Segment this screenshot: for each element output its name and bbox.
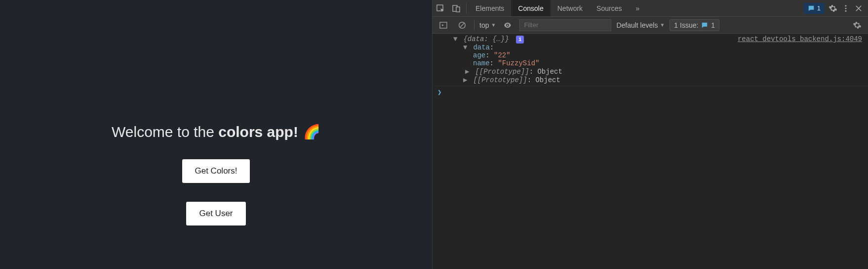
devtools-panel: Elements Console Network Sources » 1 top… — [432, 0, 868, 269]
console-toolbar: top ▼ Default levels ▼ 1 Issue: 1 — [433, 17, 868, 34]
messages-count: 1 — [817, 4, 821, 12]
console-prompt[interactable]: ❯ — [433, 86, 868, 98]
heading-bold: colors app! — [218, 124, 298, 140]
issues-label: 1 Issue: — [674, 21, 698, 29]
prompt-caret-icon: ❯ — [437, 88, 441, 96]
get-user-button[interactable]: Get User — [186, 202, 245, 225]
toolbar-separator — [474, 20, 474, 30]
svg-point-4 — [845, 7, 847, 9]
live-expression-icon[interactable] — [501, 18, 514, 32]
svg-point-5 — [845, 10, 847, 11]
issues-pill[interactable]: 1 Issue: 1 — [670, 19, 719, 31]
filter-input[interactable] — [519, 19, 611, 31]
info-badge-icon[interactable]: i — [516, 36, 524, 44]
context-select[interactable]: top ▼ — [479, 21, 496, 29]
prototype-label[interactable]: [[Prototype]] — [473, 76, 527, 84]
expand-arrow-icon[interactable]: ▶ — [463, 76, 469, 84]
console-body: ▼ {data: {…}} i ▼ data: age: "22" name: … — [433, 34, 868, 269]
log-levels-select[interactable]: Default levels ▼ — [616, 21, 665, 29]
heading-prefix: Welcome to the — [112, 124, 218, 140]
expand-arrow-icon[interactable]: ▶ — [465, 67, 471, 76]
levels-label: Default levels — [616, 21, 658, 29]
svg-point-3 — [845, 5, 847, 6]
svg-rect-2 — [456, 7, 460, 12]
object-key: name — [473, 59, 490, 67]
console-log-entry: ▼ {data: {…}} i ▼ data: age: "22" name: … — [433, 34, 868, 86]
inspect-element-icon[interactable] — [433, 0, 448, 16]
get-colors-button[interactable]: Get Colors! — [182, 159, 250, 183]
issues-count: 1 — [711, 21, 715, 29]
svg-point-9 — [507, 24, 509, 26]
object-summary[interactable]: {data: {…}} — [463, 35, 509, 43]
device-toolbar-icon[interactable] — [448, 0, 464, 16]
close-icon[interactable] — [854, 4, 863, 13]
svg-line-8 — [460, 23, 464, 27]
gear-icon[interactable] — [829, 4, 837, 13]
expand-arrow-icon[interactable]: ▼ — [453, 35, 459, 43]
prototype-label[interactable]: [[Prototype]] — [475, 68, 529, 76]
prototype-value: Object — [535, 76, 560, 84]
expand-arrow-icon[interactable]: ▼ — [463, 44, 469, 51]
tab-console[interactable]: Console — [511, 0, 550, 16]
context-label: top — [479, 21, 489, 29]
object-key: age — [473, 51, 485, 59]
tab-more[interactable]: » — [629, 0, 646, 16]
object-value: "FuzzySid" — [498, 59, 539, 67]
messages-badge[interactable]: 1 — [804, 3, 825, 14]
prototype-value: Object — [537, 68, 562, 76]
tab-separator — [466, 3, 467, 13]
rainbow-icon: 🌈 — [303, 125, 320, 139]
tab-sources[interactable]: Sources — [590, 0, 629, 16]
clear-console-icon[interactable] — [455, 18, 469, 32]
tab-elements[interactable]: Elements — [469, 0, 511, 16]
app-heading: Welcome to the colors app! 🌈 — [112, 124, 320, 140]
object-value: "22" — [494, 51, 511, 59]
console-settings-icon[interactable] — [850, 18, 864, 32]
app-panel: Welcome to the colors app! 🌈 Get Colors!… — [0, 0, 432, 269]
chevron-down-icon: ▼ — [491, 22, 496, 28]
object-key[interactable]: data — [473, 44, 490, 51]
console-sidebar-toggle-icon[interactable] — [436, 18, 450, 32]
source-link[interactable]: react_devtools_backend.js:4049 — [738, 35, 864, 84]
chevron-down-icon: ▼ — [660, 22, 665, 28]
kebab-icon[interactable] — [841, 4, 850, 13]
devtools-tabs: Elements Console Network Sources » 1 — [433, 0, 868, 17]
tab-network[interactable]: Network — [551, 0, 590, 16]
